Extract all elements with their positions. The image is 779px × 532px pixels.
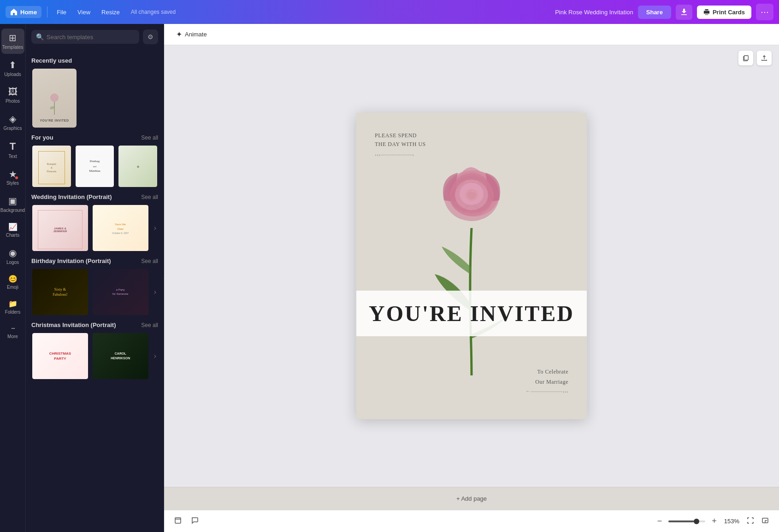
template-thumb-gold-glitter[interactable]: Sixty &Fabulous! (31, 268, 89, 316)
template-thumb-save-date[interactable]: Save theDate October 6, 2037 (92, 204, 149, 252)
comment-button[interactable] (188, 514, 201, 529)
logos-icon: ◉ (9, 247, 17, 258)
thumb-img-floral-gold: Bouquet & Fleurons (32, 146, 71, 187)
birthday-chevron[interactable]: › (152, 286, 158, 298)
emoji-icon: 😊 (8, 275, 18, 283)
animate-button[interactable]: ✦ Animate (171, 27, 212, 41)
sidebar-item-emoji[interactable]: 😊 Emoji (1, 271, 24, 294)
svg-point-3 (49, 105, 54, 110)
for-you-header: For you See all (31, 134, 158, 141)
animate-icon: ✦ (176, 30, 182, 39)
templates-panel: 🔍 ⚙ Recently used (26, 24, 164, 532)
thumb-img-green-floral: ✿ (118, 146, 157, 187)
template-thumb-christmas2[interactable]: CAROLHENRIKSON (92, 332, 149, 380)
templates-scroll: Recently used YOU'RE INVITED (26, 48, 164, 532)
zoom-control: − + (655, 514, 720, 529)
sidebar-label-more: More (7, 334, 18, 339)
thumb-img-christmas1: CHRISTMASPARTY (32, 333, 88, 379)
share-button[interactable]: Share (638, 6, 671, 19)
background-icon: ▣ (8, 195, 17, 206)
birthday-see-all[interactable]: See all (141, 258, 158, 264)
thumb-img-save-date: Save theDate October 6, 2037 (93, 205, 148, 251)
resize-menu[interactable]: Resize (98, 6, 124, 18)
invited-banner[interactable]: YOU'RE INVITED (356, 291, 587, 336)
template-thumb-christmas1[interactable]: CHRISTMASPARTY (31, 332, 89, 380)
more-options-button[interactable]: ⋯ (756, 4, 773, 20)
svg-rect-12 (175, 518, 181, 523)
design-card[interactable]: Please spend the day with us ›››——————› (356, 113, 587, 419)
template-thumb-pink-floral[interactable]: JAMES & JENNIFER (31, 204, 89, 252)
autosave-status: All changes saved (131, 9, 176, 15)
add-page-button[interactable]: + Add page (450, 492, 493, 505)
sidebar-item-more[interactable]: ··· More (1, 321, 24, 343)
left-sidebar: ⊞ Templates ⬆ Uploads 🖼 Photos ◈ Graphic… (0, 24, 26, 532)
panel-collapse-button[interactable]: ‹ (159, 268, 164, 288)
sidebar-item-uploads[interactable]: ⬆ Uploads (1, 56, 24, 81)
sidebar-item-styles[interactable]: ★ Styles (1, 165, 24, 190)
sidebar-item-photos[interactable]: 🖼 Photos (1, 83, 24, 108)
wedding-chevron[interactable]: › (152, 222, 158, 234)
svg-rect-5 (744, 56, 749, 60)
template-thumb-script[interactable]: PriebagandMatthias (75, 145, 115, 188)
canvas-bottom-toolbar: − + 153% (164, 510, 779, 532)
recently-used-thumb-1[interactable]: YOU'RE INVITED (31, 68, 77, 129)
sidebar-label-templates: Templates (2, 45, 24, 50)
thumb-img-pink-floral: JAMES & JENNIFER (32, 205, 88, 251)
thumb-img-birthday-photo: a Partyfor Someone (93, 269, 148, 315)
recently-used-title: Recently used (31, 57, 72, 64)
sidebar-label-charts: Charts (6, 233, 19, 238)
sidebar-label-background: Background (0, 208, 25, 213)
text-icon: T (10, 140, 16, 152)
sidebar-item-background[interactable]: ▣ Background (1, 192, 24, 217)
search-icon: 🔍 (36, 33, 44, 41)
canvas-main[interactable]: Please spend the day with us ›››——————› (164, 45, 779, 487)
zoom-thumb (694, 519, 699, 524)
birthday-title: Birthday Invitation (Portrait) (31, 257, 111, 264)
canvas-controls-top (738, 51, 772, 65)
home-label: Home (20, 9, 37, 16)
sidebar-item-templates[interactable]: ⊞ Templates (1, 29, 24, 54)
sidebar-item-logos[interactable]: ◉ Logos (1, 244, 24, 269)
fit-width-button[interactable] (744, 514, 757, 529)
print-button[interactable]: Print Cards (697, 6, 751, 19)
sidebar-item-text[interactable]: T Text (1, 137, 24, 163)
zoom-slider[interactable] (668, 520, 705, 522)
for-you-grid: Bouquet & Fleurons PriebagandMatthias ✿ (31, 145, 158, 188)
more-icon: ··· (11, 324, 14, 333)
share-canvas-button[interactable] (757, 51, 772, 65)
page-view-button[interactable] (171, 514, 184, 529)
sidebar-label-graphics: Graphics (4, 126, 22, 131)
christmas-chevron[interactable]: › (152, 350, 158, 362)
copy-button[interactable] (738, 51, 753, 65)
zoom-out-button[interactable]: − (655, 514, 665, 529)
add-page-bar: + Add page (164, 487, 779, 510)
zoom-percentage[interactable]: 153% (724, 518, 739, 525)
sidebar-label-uploads: Uploads (4, 72, 21, 77)
sidebar-item-graphics[interactable]: ◈ Graphics (1, 110, 24, 135)
template-thumb-floral-gold[interactable]: Bouquet & Fleurons (31, 145, 72, 188)
filter-button[interactable]: ⚙ (143, 29, 158, 44)
photos-icon: 🖼 (8, 87, 18, 97)
fullscreen-button[interactable] (759, 514, 772, 529)
wedding-see-all[interactable]: See all (141, 194, 158, 200)
sidebar-label-styles: Styles (6, 181, 19, 186)
file-menu[interactable]: File (53, 6, 70, 18)
sidebar-item-folders[interactable]: 📁 Folders (1, 296, 24, 319)
christmas-grid: CHRISTMASPARTY CAROLHENRIKSON › (31, 332, 158, 380)
sidebar-item-charts[interactable]: 📈 Charts (1, 219, 24, 242)
christmas-see-all[interactable]: See all (141, 322, 158, 328)
home-button[interactable]: Home (6, 6, 41, 18)
search-input[interactable] (47, 34, 135, 41)
wedding-thumbs: JAMES & JENNIFER Save theDate October 6,… (31, 204, 149, 252)
bottom-line1: to Celebrate (525, 367, 568, 377)
svg-point-1 (52, 94, 57, 100)
zoom-in-button[interactable]: + (709, 514, 720, 529)
download-button[interactable] (676, 5, 692, 20)
search-input-wrap[interactable]: 🔍 (31, 30, 139, 44)
thumb-img-gold-glitter: Sixty &Fabulous! (32, 269, 88, 315)
for-you-see-all[interactable]: See all (141, 134, 158, 141)
template-thumb-birthday-photo[interactable]: a Partyfor Someone (92, 268, 149, 316)
template-thumb-green-floral[interactable]: ✿ (118, 145, 158, 188)
search-bar: 🔍 ⚙ (26, 24, 164, 48)
view-menu[interactable]: View (74, 6, 94, 18)
